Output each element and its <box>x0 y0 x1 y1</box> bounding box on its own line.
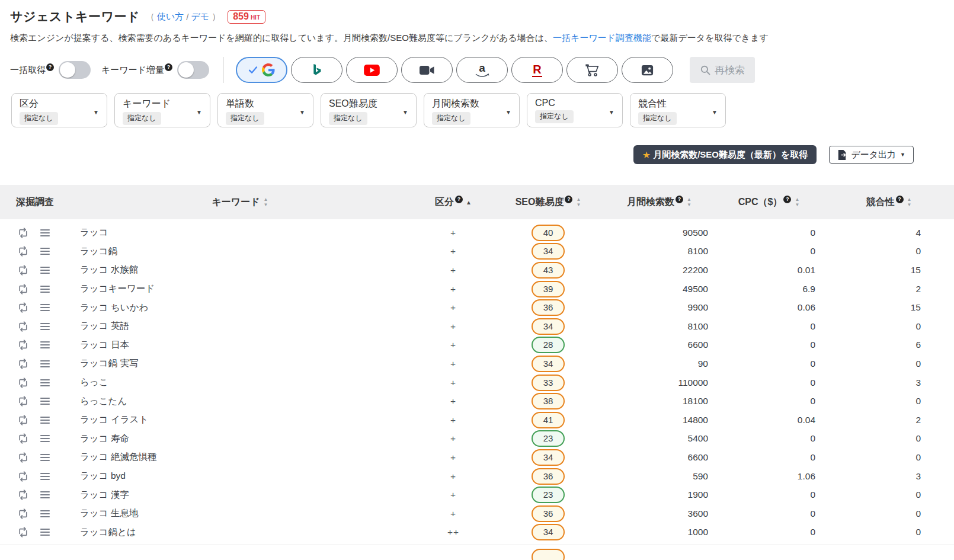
monthly-volume-cell: 9900 <box>604 302 714 313</box>
deep-dive-retweet-icon[interactable] <box>17 489 29 501</box>
engine-youtube-button[interactable] <box>346 57 398 83</box>
menu-icon[interactable] <box>39 358 51 370</box>
help-icon[interactable]: ? <box>46 63 54 71</box>
monthly-volume-cell: 1000 <box>604 527 714 537</box>
deep-dive-retweet-icon[interactable] <box>17 395 29 407</box>
fetch-latest-button[interactable]: ★ 月間検索数/SEO難易度（最新）を取得 <box>633 145 817 164</box>
deep-dive-retweet-icon[interactable] <box>17 227 29 239</box>
menu-icon[interactable] <box>39 395 51 407</box>
menu-icon[interactable] <box>39 283 51 295</box>
seo-difficulty-badge: 34 <box>532 243 565 260</box>
cpc-cell: 6.9 <box>714 284 824 295</box>
deep-dive-retweet-icon[interactable] <box>17 264 29 276</box>
deep-dive-retweet-icon[interactable] <box>17 452 29 463</box>
usage-link[interactable]: 使い方 <box>157 11 184 23</box>
bing-icon <box>312 64 322 76</box>
help-icon[interactable]: ? <box>165 63 172 71</box>
menu-icon[interactable] <box>39 377 51 389</box>
monthly-volume-cell: 8100 <box>604 321 714 332</box>
row-actions <box>0 433 65 444</box>
bulk-fetch-toggle[interactable] <box>59 61 91 79</box>
kubun-cell: + <box>415 415 492 425</box>
row-actions <box>0 302 65 313</box>
menu-icon[interactable] <box>39 245 51 257</box>
filter-dropdown[interactable]: キーワード 指定なし ▼ <box>114 93 210 127</box>
column-header-keyword[interactable]: キーワード ▲▼ <box>65 196 415 209</box>
engine-rakuten-button[interactable]: R <box>511 57 563 83</box>
description-prefix: 検索エンジンが提案する、検索需要のあるキーワードを網羅的に取得しています。月間検… <box>10 33 553 43</box>
menu-icon[interactable] <box>39 339 51 351</box>
deep-dive-retweet-icon[interactable] <box>17 358 29 370</box>
keyword-boost-toggle[interactable] <box>177 61 209 79</box>
cpc-cell: 0 <box>714 452 824 463</box>
kubun-cell: + <box>415 284 492 295</box>
engine-video-button[interactable] <box>401 57 453 83</box>
menu-icon[interactable] <box>39 526 51 538</box>
demo-link[interactable]: デモ <box>191 11 209 23</box>
menu-icon[interactable] <box>39 302 51 313</box>
column-header-monthly-volume[interactable]: 月間検索数? ▲▼ <box>604 196 714 209</box>
deep-dive-retweet-icon[interactable] <box>17 302 29 313</box>
cpc-cell: 1.06 <box>714 471 824 482</box>
kubun-cell: + <box>415 340 492 350</box>
research-button[interactable]: 再検索 <box>690 57 755 83</box>
deep-dive-retweet-icon[interactable] <box>17 321 29 332</box>
filter-dropdown[interactable]: SEO難易度 指定なし ▼ <box>321 93 417 127</box>
menu-icon[interactable] <box>39 227 51 239</box>
column-header-competition[interactable]: 競合性? ▲▼ <box>824 196 954 209</box>
cpc-cell: 0 <box>714 377 824 388</box>
deep-dive-retweet-icon[interactable] <box>17 526 29 538</box>
engine-amazon-button[interactable]: a <box>456 57 508 83</box>
menu-icon[interactable] <box>39 321 51 332</box>
competition-cell: 4 <box>824 228 954 238</box>
data-export-button[interactable]: データ出力 ▼ <box>829 146 914 164</box>
filter-dropdown[interactable]: 月間検索数 指定なし ▼ <box>424 93 520 127</box>
monthly-volume-cell: 590 <box>604 471 714 482</box>
column-header-seo-difficulty[interactable]: SEO難易度? ▲▼ <box>492 196 604 209</box>
filter-dropdown[interactable]: 単語数 指定なし ▼ <box>217 93 313 127</box>
column-header-kubun[interactable]: 区分? ▲ <box>415 196 492 209</box>
cpc-cell: 0 <box>714 508 824 519</box>
table-body: ラッコ + 40 90500 0 4 <box>0 219 954 542</box>
filter-dropdown[interactable]: CPC 指定なし ▼ <box>527 93 623 127</box>
competition-cell: 15 <box>824 265 954 276</box>
menu-icon[interactable] <box>39 508 51 520</box>
deep-dive-retweet-icon[interactable] <box>17 433 29 444</box>
help-icon[interactable]: ? <box>896 196 904 203</box>
star-icon: ★ <box>642 149 651 161</box>
column-header-cpc[interactable]: CPC（$）? ▲▼ <box>714 196 824 209</box>
deep-dive-retweet-icon[interactable] <box>17 508 29 520</box>
help-icon[interactable]: ? <box>455 196 463 203</box>
deep-dive-retweet-icon[interactable] <box>17 245 29 257</box>
help-icon[interactable]: ? <box>783 196 791 203</box>
menu-icon[interactable] <box>39 452 51 463</box>
table-row-partial <box>0 545 954 560</box>
help-icon[interactable]: ? <box>565 196 572 203</box>
filter-dropdown[interactable]: 区分 指定なし ▼ <box>11 93 107 127</box>
menu-icon[interactable] <box>39 264 51 276</box>
menu-icon[interactable] <box>39 489 51 501</box>
engine-shopping-button[interactable] <box>566 57 618 83</box>
seo-difficulty-badge: 36 <box>532 468 565 485</box>
filter-dropdown[interactable]: 競合性 指定なし ▼ <box>630 93 726 127</box>
bulk-keyword-research-link[interactable]: 一括キーワード調査機能 <box>553 33 651 43</box>
menu-icon[interactable] <box>39 414 51 426</box>
deep-dive-retweet-icon[interactable] <box>17 471 29 482</box>
engine-image-button[interactable] <box>622 57 673 83</box>
page-description: 検索エンジンが提案する、検索需要のあるキーワードを網羅的に取得しています。月間検… <box>10 33 954 44</box>
help-icon[interactable]: ? <box>676 196 683 203</box>
competition-cell: 0 <box>824 359 954 369</box>
kubun-cell: + <box>415 396 492 407</box>
deep-dive-retweet-icon[interactable] <box>17 339 29 351</box>
menu-icon[interactable] <box>39 433 51 444</box>
kubun-cell: + <box>415 471 492 482</box>
menu-icon[interactable] <box>39 471 51 482</box>
competition-cell: 3 <box>824 471 954 482</box>
engine-google-button[interactable] <box>236 57 287 83</box>
table-row: ラッコ鍋とは ++ 34 1000 0 0 <box>0 523 954 542</box>
deep-dive-retweet-icon[interactable] <box>17 283 29 295</box>
engine-bing-button[interactable] <box>291 57 342 83</box>
deep-dive-retweet-icon[interactable] <box>17 414 29 426</box>
deep-dive-retweet-icon[interactable] <box>17 377 29 389</box>
seo-difficulty-cell: 28 <box>492 337 604 353</box>
